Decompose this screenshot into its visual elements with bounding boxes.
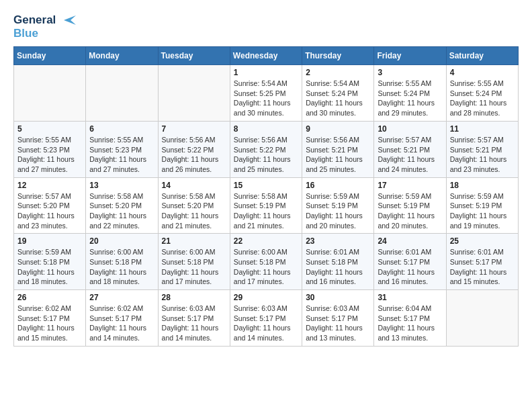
- calendar-cell: 26Sunrise: 6:02 AM Sunset: 5:17 PM Dayli…: [14, 290, 86, 347]
- calendar-cell: [446, 290, 518, 347]
- calendar-cell: 27Sunrise: 6:02 AM Sunset: 5:17 PM Dayli…: [86, 290, 158, 347]
- calendar-cell: 17Sunrise: 5:59 AM Sunset: 5:19 PM Dayli…: [374, 177, 446, 234]
- day-info: Sunrise: 6:02 AM Sunset: 5:17 PM Dayligh…: [17, 304, 82, 343]
- day-info: Sunrise: 6:01 AM Sunset: 5:18 PM Dayligh…: [306, 247, 370, 287]
- day-info: Sunrise: 6:03 AM Sunset: 5:17 PM Dayligh…: [162, 304, 226, 343]
- calendar-cell: 22Sunrise: 6:00 AM Sunset: 5:18 PM Dayli…: [230, 234, 302, 290]
- day-number: 28: [162, 293, 226, 302]
- calendar-cell: 7Sunrise: 5:56 AM Sunset: 5:22 PM Daylig…: [158, 121, 230, 177]
- day-number: 30: [306, 293, 370, 302]
- calendar-cell: 14Sunrise: 5:58 AM Sunset: 5:20 PM Dayli…: [158, 177, 230, 234]
- week-row-1: 1Sunrise: 5:54 AM Sunset: 5:25 PM Daylig…: [14, 65, 519, 122]
- calendar-cell: 25Sunrise: 6:01 AM Sunset: 5:17 PM Dayli…: [446, 234, 518, 290]
- week-row-3: 12Sunrise: 5:57 AM Sunset: 5:20 PM Dayli…: [14, 177, 519, 234]
- day-info: Sunrise: 5:55 AM Sunset: 5:23 PM Dayligh…: [89, 135, 154, 175]
- calendar-cell: 21Sunrise: 6:00 AM Sunset: 5:18 PM Dayli…: [158, 234, 230, 290]
- calendar-cell: 30Sunrise: 6:03 AM Sunset: 5:17 PM Dayli…: [302, 290, 374, 347]
- logo-blue: Blue: [13, 27, 38, 40]
- day-number: 25: [450, 236, 515, 246]
- calendar-cell: 3Sunrise: 5:55 AM Sunset: 5:24 PM Daylig…: [374, 65, 446, 122]
- day-info: Sunrise: 5:55 AM Sunset: 5:24 PM Dayligh…: [450, 79, 515, 118]
- day-info: Sunrise: 6:03 AM Sunset: 5:17 PM Dayligh…: [234, 304, 298, 343]
- day-info: Sunrise: 6:04 AM Sunset: 5:17 PM Dayligh…: [378, 304, 442, 343]
- day-number: 22: [234, 236, 298, 246]
- weekday-header-wednesday: Wednesday: [230, 47, 302, 65]
- calendar-cell: [14, 65, 86, 122]
- day-number: 8: [234, 124, 298, 134]
- calendar-cell: 2Sunrise: 5:54 AM Sunset: 5:24 PM Daylig…: [302, 65, 374, 122]
- day-info: Sunrise: 5:57 AM Sunset: 5:21 PM Dayligh…: [450, 135, 515, 175]
- day-number: 5: [17, 124, 82, 134]
- logo-general: General: [13, 13, 56, 27]
- day-number: 23: [306, 236, 370, 246]
- calendar-cell: 20Sunrise: 6:00 AM Sunset: 5:18 PM Dayli…: [86, 234, 158, 290]
- day-info: Sunrise: 5:54 AM Sunset: 5:25 PM Dayligh…: [234, 79, 298, 118]
- day-number: 15: [234, 181, 298, 190]
- day-number: 9: [306, 124, 370, 134]
- weekday-header-thursday: Thursday: [302, 47, 374, 65]
- weekday-header-sunday: Sunday: [14, 47, 86, 65]
- week-row-5: 26Sunrise: 6:02 AM Sunset: 5:17 PM Dayli…: [14, 290, 519, 347]
- calendar-cell: 6Sunrise: 5:55 AM Sunset: 5:23 PM Daylig…: [86, 121, 158, 177]
- calendar-cell: 4Sunrise: 5:55 AM Sunset: 5:24 PM Daylig…: [446, 65, 518, 122]
- day-info: Sunrise: 5:55 AM Sunset: 5:23 PM Dayligh…: [17, 135, 82, 175]
- calendar-cell: 9Sunrise: 5:56 AM Sunset: 5:21 PM Daylig…: [302, 121, 374, 177]
- day-number: 26: [17, 293, 82, 302]
- page-header: General Blue: [13, 13, 519, 40]
- day-number: 31: [378, 293, 442, 302]
- day-number: 18: [450, 181, 515, 190]
- day-info: Sunrise: 5:56 AM Sunset: 5:21 PM Dayligh…: [306, 135, 370, 175]
- day-info: Sunrise: 6:02 AM Sunset: 5:17 PM Dayligh…: [89, 304, 154, 343]
- day-number: 11: [450, 124, 515, 134]
- day-info: Sunrise: 5:56 AM Sunset: 5:22 PM Dayligh…: [234, 135, 298, 175]
- day-info: Sunrise: 6:01 AM Sunset: 5:17 PM Dayligh…: [450, 247, 515, 287]
- calendar-cell: 28Sunrise: 6:03 AM Sunset: 5:17 PM Dayli…: [158, 290, 230, 347]
- calendar-table: SundayMondayTuesdayWednesdayThursdayFrid…: [13, 46, 519, 347]
- day-info: Sunrise: 5:58 AM Sunset: 5:19 PM Dayligh…: [234, 191, 298, 231]
- calendar-cell: 10Sunrise: 5:57 AM Sunset: 5:21 PM Dayli…: [374, 121, 446, 177]
- day-number: 7: [162, 124, 226, 134]
- weekday-header-friday: Friday: [374, 47, 446, 65]
- day-number: 4: [450, 68, 515, 77]
- calendar-cell: 1Sunrise: 5:54 AM Sunset: 5:25 PM Daylig…: [230, 65, 302, 122]
- day-info: Sunrise: 6:03 AM Sunset: 5:17 PM Dayligh…: [306, 304, 370, 343]
- calendar-cell: 16Sunrise: 5:59 AM Sunset: 5:19 PM Dayli…: [302, 177, 374, 234]
- day-info: Sunrise: 5:59 AM Sunset: 5:19 PM Dayligh…: [378, 191, 442, 231]
- day-number: 19: [17, 236, 82, 246]
- day-number: 3: [378, 68, 442, 77]
- day-info: Sunrise: 5:58 AM Sunset: 5:20 PM Dayligh…: [162, 191, 226, 231]
- day-number: 2: [306, 68, 370, 77]
- day-number: 29: [234, 293, 298, 302]
- day-number: 16: [306, 181, 370, 190]
- calendar-cell: 29Sunrise: 6:03 AM Sunset: 5:17 PM Dayli…: [230, 290, 302, 347]
- calendar-cell: [158, 65, 230, 122]
- weekday-header-monday: Monday: [86, 47, 158, 65]
- week-row-2: 5Sunrise: 5:55 AM Sunset: 5:23 PM Daylig…: [14, 121, 519, 177]
- weekday-header-row: SundayMondayTuesdayWednesdayThursdayFrid…: [14, 47, 519, 65]
- day-number: 17: [378, 181, 442, 190]
- day-info: Sunrise: 5:57 AM Sunset: 5:21 PM Dayligh…: [378, 135, 442, 175]
- calendar-cell: 24Sunrise: 6:01 AM Sunset: 5:17 PM Dayli…: [374, 234, 446, 290]
- logo-bird-icon: [57, 14, 76, 26]
- day-number: 10: [378, 124, 442, 134]
- day-number: 14: [162, 181, 226, 190]
- day-number: 12: [17, 181, 82, 190]
- day-number: 20: [89, 236, 154, 246]
- day-info: Sunrise: 5:54 AM Sunset: 5:24 PM Dayligh…: [306, 79, 370, 118]
- calendar-cell: 31Sunrise: 6:04 AM Sunset: 5:17 PM Dayli…: [374, 290, 446, 347]
- day-number: 24: [378, 236, 442, 246]
- day-info: Sunrise: 5:59 AM Sunset: 5:19 PM Dayligh…: [450, 191, 515, 231]
- calendar-cell: 18Sunrise: 5:59 AM Sunset: 5:19 PM Dayli…: [446, 177, 518, 234]
- day-info: Sunrise: 6:00 AM Sunset: 5:18 PM Dayligh…: [89, 247, 154, 287]
- weekday-header-saturday: Saturday: [446, 47, 518, 65]
- svg-marker-0: [64, 15, 76, 25]
- calendar-cell: 12Sunrise: 5:57 AM Sunset: 5:20 PM Dayli…: [14, 177, 86, 234]
- calendar-cell: 23Sunrise: 6:01 AM Sunset: 5:18 PM Dayli…: [302, 234, 374, 290]
- day-info: Sunrise: 5:55 AM Sunset: 5:24 PM Dayligh…: [378, 79, 442, 118]
- day-number: 1: [234, 68, 298, 77]
- calendar-cell: 19Sunrise: 5:59 AM Sunset: 5:18 PM Dayli…: [14, 234, 86, 290]
- day-info: Sunrise: 5:59 AM Sunset: 5:18 PM Dayligh…: [17, 247, 82, 287]
- day-info: Sunrise: 6:00 AM Sunset: 5:18 PM Dayligh…: [162, 247, 226, 287]
- week-row-4: 19Sunrise: 5:59 AM Sunset: 5:18 PM Dayli…: [14, 234, 519, 290]
- calendar-cell: 11Sunrise: 5:57 AM Sunset: 5:21 PM Dayli…: [446, 121, 518, 177]
